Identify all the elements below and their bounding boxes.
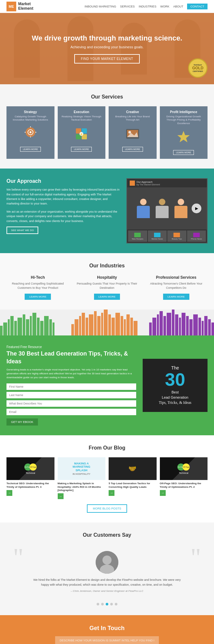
thumb-img-1 [134,233,141,237]
service-creative-learn-btn[interactable]: LEARN MORE [122,147,143,152]
leadgen-lastname-input[interactable] [6,392,136,398]
blog-post-1-title: Technical SEO: Understanding the Trinity… [6,482,54,489]
blog-post-1-image: On Page Off Page Technical [6,457,54,480]
svg-rect-25 [26,319,29,335]
blog-post-4: On Page Off Page Technical Off-Page SEO:… [160,457,208,499]
leadgen-text-area: Featured Free Resource The 30 Best Lead … [6,345,136,426]
service-execution-learn-btn[interactable]: LEARN MORE [71,147,92,152]
logo-icon: ME [6,2,16,11]
industry-professional-learn-btn[interactable]: LEARN MORE [163,294,189,300]
nav-links: INBOUND MARKETING SERVICES INDUSTRIES WO… [85,4,208,9]
testimonial-dot-2[interactable] [101,603,104,605]
blog-splash-visual: MAKING AMARKETINGSPLASHIN HOSPITALITY [73,462,90,476]
service-strategy-desc: Catalyzing Growth Through Innovative Mar… [10,115,51,122]
industry-hitech-learn-btn[interactable]: LEARN MORE [25,294,51,300]
blog-post-1-arrow[interactable]: → [6,490,12,496]
testimonials-title: Our Customers Say [13,532,201,538]
leadgen-company-input[interactable] [6,400,136,407]
book-subtitle: Best Lead Generation Tips, Tricks, & Ide… [159,390,192,405]
svg-rect-34 [75,319,78,335]
blog-more-button[interactable]: MORE BLOG POSTS [87,504,127,513]
industries-grid: Hi-Tech Reaching and Compelling Sophisti… [6,275,208,300]
contact-button[interactable]: CONTACT [187,4,208,9]
approach-cta-button[interactable]: SEE WHAT WE DO [6,227,38,234]
service-execution-desc: Realizing Strategic Vision Through Tacti… [62,115,102,122]
service-card-strategy: Strategy Catalyzing Growth Through Innov… [6,106,54,159]
thumb-phone-news[interactable]: Phone News [187,230,206,242]
video-play-button[interactable]: ▶ [192,204,201,213]
blog-post-4-image: On Page Off Page Technical [160,457,208,480]
testimonial-dot-1[interactable] [97,603,99,605]
testimonial-content: " " We hired the folks at The Market Ele… [13,544,201,599]
nav-industries[interactable]: INDUSTRIES [139,5,157,8]
hero-cta-button[interactable]: FIND YOUR MARKET ELEMENT [74,54,139,64]
svg-rect-39 [94,311,97,335]
blog-post-1: On Page Off Page Technical Technical SEO… [6,457,54,499]
leadgen-section: Featured Free Resource The 30 Best Lead … [0,335,214,435]
testimonial-dot-5[interactable] [115,603,117,605]
svg-rect-36 [82,313,85,335]
svg-rect-38 [89,314,93,335]
video-thumbnail[interactable]: ▶ [127,187,207,229]
svg-rect-43 [108,314,111,335]
service-execution-title: Execution [62,110,102,114]
off-page-circle: Off Page [30,463,37,471]
testimonial-dot-4[interactable] [110,603,113,605]
service-strategy-learn-btn[interactable]: LEARN MORE [20,147,41,152]
nav-inbound-marketing[interactable]: INBOUND MARKETING [85,5,116,8]
nav-about[interactable]: ABOUT [173,5,183,8]
leadgen-book-cover: The 30 Best Lead Generation Tips, Tricks… [143,359,208,412]
blog-post-2: MAKING AMARKETINGSPLASHIN HOSPITALITY Ma… [58,457,106,499]
testimonial-quote-text: We hired the folks at The Market Element… [32,578,182,587]
nav-services[interactable]: SERVICES [120,5,135,8]
service-profit-learn-btn[interactable]: LEARN MORE [173,150,194,155]
industry-hitech-desc: Reaching and Compelling Sophisticated Cu… [6,282,69,290]
blog-post-3-arrow[interactable]: → [109,490,114,496]
blog-tech-label-2: Technical [177,472,190,474]
svg-rect-56 [167,313,171,335]
thumb-img-4 [193,233,200,237]
testimonial-dot-3[interactable] [106,603,108,605]
get-in-touch-title: Get In Touch [6,625,208,632]
thumb-new-recipes[interactable]: New Recipes [128,230,147,242]
thumb-market-news[interactable]: Market News [148,230,167,242]
svg-rect-29 [40,321,43,335]
svg-rect-20 [8,319,10,335]
nav-work[interactable]: WORK [160,5,169,8]
hubspot-gold: GOLD [192,66,204,70]
hero-title: We drive growth through marketing scienc… [32,34,182,43]
leadgen-title: The 30 Best Lead Generation Tips, Tricks… [6,350,136,365]
service-strategy-title: Strategy [10,110,51,114]
industry-hospitality-learn-btn[interactable]: LEARN MORE [94,294,120,300]
svg-rect-68 [211,322,214,335]
logo[interactable]: ME MarketElement [6,2,33,11]
svg-rect-44 [112,318,115,335]
video-header: Our Approach by The Market Element [127,179,207,187]
svg-rect-61 [186,316,189,335]
svg-rect-40 [97,316,101,335]
book-number: 30 [165,370,185,389]
svg-rect-48 [126,314,130,335]
industries-section: Our Industries Hi-Tech Reaching and Comp… [0,253,214,310]
blog-post-2-arrow[interactable]: → [58,493,64,499]
leadgen-firstname-input[interactable] [6,383,136,390]
video-logo-icon [130,181,135,186]
video-person-2-head [159,199,165,205]
service-strategy-icon [10,125,51,143]
get-in-touch-input[interactable] [55,636,159,644]
blog-section: From Our Blog On Page Off Page Technical… [0,435,214,522]
service-creative-icon [113,125,153,143]
svg-rect-46 [121,316,123,335]
leadgen-submit-button[interactable]: GET MY EBOOK [6,418,38,426]
leadgen-form: GET MY EBOOK [6,383,136,426]
thumb-beauty-tips[interactable]: Beauty Tips [167,230,186,242]
svg-rect-55 [163,316,166,335]
leadgen-email-input[interactable] [6,409,136,415]
blog-post-4-arrow[interactable]: → [160,490,166,496]
leadgen-featured-label: Featured Free Resource [6,345,136,349]
blog-grid: On Page Off Page Technical Technical SEO… [6,457,208,499]
svg-rect-66 [204,316,208,335]
svg-point-70 [102,556,112,565]
video-person-3 [173,199,189,218]
blog-post-3-title: 5 Top Lead Generation Tactics for Conver… [109,482,157,489]
